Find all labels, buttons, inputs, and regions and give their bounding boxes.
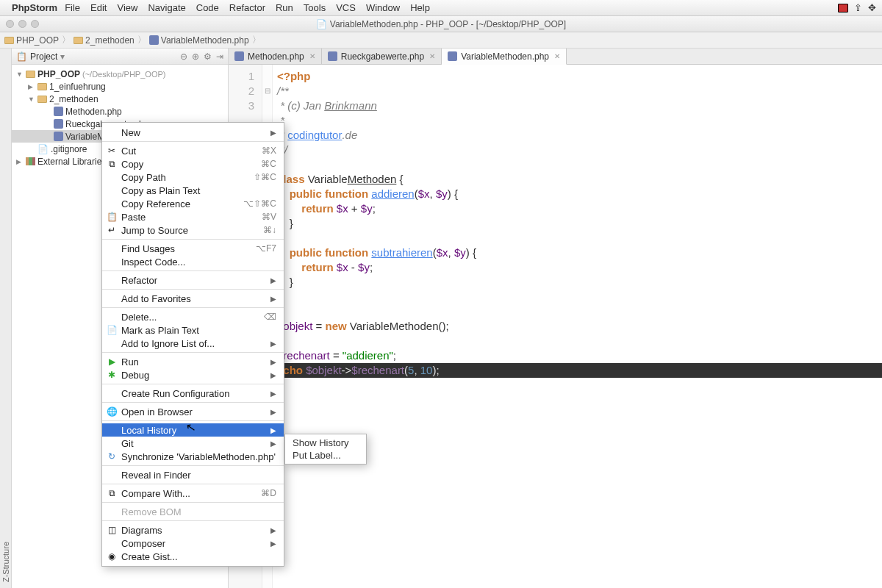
ctx-composer[interactable]: Composer▶ (102, 537, 284, 550)
menu-window[interactable]: Window (366, 2, 400, 13)
left-toolbar: Z-Structure (0, 49, 12, 588)
editor-tabs: Methoden.php✕ Rueckgabewerte.php✕ Variab… (229, 49, 882, 65)
php-icon (234, 51, 244, 61)
menu-vcs[interactable]: VCS (336, 2, 356, 13)
menu-tools[interactable]: Tools (304, 2, 326, 13)
ctx-remove-bom: Remove BOM (102, 505, 284, 518)
menu-run[interactable]: Run (276, 2, 293, 13)
ctx-copy-path[interactable]: Copy Path⇧⌘C (102, 171, 284, 184)
ctx-git[interactable]: Git▶ (102, 437, 284, 450)
menu-help[interactable]: Help (410, 2, 430, 13)
browser-icon: 🌐 (107, 406, 117, 417)
target-icon[interactable]: ⊕ (192, 51, 199, 62)
ctx-open-browser[interactable]: 🌐Open in Browser▶ (102, 405, 284, 418)
tree-folder[interactable]: ▼2_methoden (12, 93, 228, 105)
sync-icon: ↻ (107, 451, 117, 462)
tree-file[interactable]: Methoden.php (12, 105, 228, 118)
structure-tab[interactable]: Z-Structure (1, 542, 10, 582)
sub-show-history[interactable]: Show History (285, 437, 366, 449)
ctx-sync[interactable]: ↻Synchronize 'VariableMethoden.php' (102, 450, 284, 463)
menu-view[interactable]: View (117, 2, 137, 13)
ctx-copy[interactable]: ⧉Copy⌘C (102, 157, 284, 171)
editor: Methoden.php✕ Rueckgabewerte.php✕ Variab… (229, 49, 882, 588)
status-icon[interactable]: ✥ (868, 2, 876, 13)
menu-file[interactable]: File (65, 2, 80, 13)
ctx-inspect[interactable]: Inspect Code... (102, 255, 284, 268)
tab-variablemethoden[interactable]: VariableMethoden.php✕ (442, 49, 567, 65)
ctx-create-run[interactable]: Create Run Configuration▶ (102, 387, 284, 400)
ctx-delete[interactable]: Delete...⌫ (102, 310, 284, 323)
breadcrumb: PHP_OOP 〉 2_methoden 〉 VariableMethoden.… (0, 32, 882, 49)
hide-icon[interactable]: ⇥ (216, 51, 223, 62)
menu-navigate[interactable]: Navigate (148, 2, 185, 13)
folder-icon (74, 37, 83, 44)
window-titlebar: 📄 VariableMethoden.php - PHP_OOP - [~/De… (0, 16, 882, 32)
folder-icon (37, 96, 47, 103)
php-icon (448, 51, 457, 61)
compare-icon: ⧉ (107, 488, 117, 498)
ctx-jump[interactable]: ↵Jump to Source⌘↓ (102, 223, 284, 237)
context-submenu: Show History Put Label... (284, 434, 367, 465)
ctx-gist[interactable]: ◉Create Gist... (102, 550, 284, 563)
github-icon: ◉ (107, 551, 117, 562)
debug-icon: ✱ (107, 370, 117, 380)
traffic-lights[interactable] (6, 20, 39, 28)
ctx-refactor[interactable]: Refactor▶ (102, 273, 284, 287)
php-file-icon: 📄 (316, 19, 327, 29)
ctx-reveal-finder[interactable]: Reveal in Finder (102, 468, 284, 481)
ctx-new[interactable]: New▶ (102, 126, 284, 139)
libraries-icon (26, 157, 35, 165)
tree-root[interactable]: ▼PHP_OOP (~/Desktop/PHP_OOP) (12, 68, 228, 80)
menu-refactor[interactable]: Refactor (229, 2, 265, 13)
ctx-local-history[interactable]: Local History▶ (102, 423, 284, 437)
status-record-icon[interactable] (838, 4, 848, 12)
folder-icon (4, 37, 14, 44)
ctx-run[interactable]: ▶Run▶ (102, 355, 284, 368)
ctx-diagrams[interactable]: ◫Diagrams▶ (102, 523, 284, 537)
ctx-mark-plain[interactable]: 📄Mark as Plain Text (102, 323, 284, 337)
ctx-cut[interactable]: ✂Cut⌘X (102, 144, 284, 157)
php-icon (54, 107, 63, 116)
ctx-paste[interactable]: 📋Paste⌘V (102, 210, 284, 223)
ctx-copy-ref[interactable]: Copy Reference⌥⇧⌘C (102, 197, 284, 210)
breadcrumb-root[interactable]: PHP_OOP (4, 35, 59, 46)
delete-icon: ⌫ (264, 312, 276, 322)
code-area[interactable]: 123 ⊟ <?php /** * (c) Jan Brinkmann * * … (229, 65, 882, 588)
paste-icon: 📋 (107, 212, 117, 222)
mac-menubar: PhpStorm File Edit View Navigate Code Re… (0, 0, 882, 16)
breadcrumb-file[interactable]: VariableMethoden.php (149, 35, 249, 46)
code-text[interactable]: <?php /** * (c) Jan Brinkmann * * coding… (273, 65, 882, 588)
close-icon[interactable]: ✕ (554, 52, 560, 60)
menu-code[interactable]: Code (196, 2, 219, 13)
ctx-ignore[interactable]: Add to Ignore List of...▶ (102, 337, 284, 350)
project-title[interactable]: Project (30, 51, 57, 62)
menu-edit[interactable]: Edit (90, 2, 107, 13)
ctx-favorites[interactable]: Add to Favorites▶ (102, 292, 284, 305)
dropbox-icon[interactable]: ⇪ (854, 2, 862, 13)
php-icon (54, 119, 63, 129)
file-icon: 📄 (107, 325, 117, 335)
tab-rueckgabewerte[interactable]: Rueckgabewerte.php✕ (322, 49, 442, 64)
ctx-copy-plain[interactable]: Copy as Plain Text (102, 184, 284, 197)
sub-put-label[interactable]: Put Label... (285, 449, 366, 462)
file-icon: 📄 (37, 144, 49, 154)
php-icon (328, 51, 337, 61)
window-title: VariableMethoden.php - PHP_OOP - [~/Desk… (330, 19, 566, 29)
app-name[interactable]: PhpStorm (12, 2, 57, 13)
run-icon: ▶ (107, 356, 117, 367)
folder-icon (26, 71, 35, 78)
ctx-compare[interactable]: ⧉Compare With...⌘D (102, 487, 284, 500)
ctx-debug[interactable]: ✱Debug▶ (102, 368, 284, 381)
ctx-find-usages[interactable]: Find Usages⌥F7 (102, 242, 284, 255)
tab-methoden[interactable]: Methoden.php✕ (229, 49, 322, 64)
copy-icon: ⧉ (107, 159, 117, 169)
project-panel-header: 📋Project ▾ ⊖ ⊕ ⚙ ⇥ (12, 49, 228, 65)
php-icon (54, 132, 63, 141)
close-icon[interactable]: ✕ (309, 52, 315, 60)
breadcrumb-folder[interactable]: 2_methoden (74, 35, 135, 46)
gear-icon[interactable]: ⚙ (204, 51, 212, 62)
tree-folder[interactable]: ▶1_einfuehrung (12, 80, 228, 93)
project-icon: 📋 (16, 51, 27, 62)
collapse-icon[interactable]: ⊖ (180, 51, 187, 62)
close-icon[interactable]: ✕ (429, 52, 435, 60)
